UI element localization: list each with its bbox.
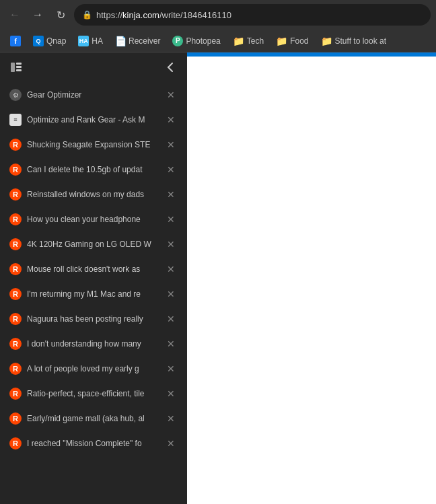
tab-item[interactable]: R I reached "Mission Complete" fo ✕ bbox=[3, 431, 184, 456]
tab-favicon-reddit: R bbox=[9, 412, 22, 425]
tab-close-button[interactable]: ✕ bbox=[164, 337, 178, 351]
bookmark-facebook[interactable]: f bbox=[5, 34, 26, 48]
bookmark-tech-label: Tech bbox=[247, 36, 264, 46]
tab-item[interactable]: R Shucking Seagate Expansion STE ✕ bbox=[3, 133, 184, 157]
tab-close-button[interactable]: ✕ bbox=[164, 138, 178, 151]
svg-rect-0 bbox=[11, 63, 15, 72]
tab-item[interactable]: R Naguura has been posting really ✕ bbox=[3, 307, 184, 331]
tab-title: Optimize and Rank Gear - Ask M bbox=[27, 115, 159, 124]
url-text: https://kinja.com/write/1846416110 bbox=[96, 10, 231, 20]
tab-favicon-optimize: ≡ bbox=[9, 114, 22, 126]
tab-title: Can I delete the 10.5gb of updat bbox=[27, 165, 159, 174]
tab-title: A lot of people loved my early g bbox=[27, 364, 159, 373]
bookmark-tech[interactable]: 📁 Tech bbox=[228, 34, 268, 48]
tab-item[interactable]: R I don't understanding how many ✕ bbox=[3, 332, 184, 356]
tab-favicon-reddit: R bbox=[9, 288, 22, 300]
bookmark-ha-label: HA bbox=[92, 36, 103, 46]
tab-favicon-reddit: R bbox=[9, 213, 22, 225]
bookmark-photopea[interactable]: P Photopea bbox=[168, 34, 225, 48]
bookmark-photopea-label: Photopea bbox=[186, 36, 220, 46]
tab-title: 4K 120Hz Gaming on LG OLED W bbox=[27, 240, 159, 249]
bookmark-food-label: Food bbox=[290, 36, 308, 46]
bookmark-qnap-label: Qnap bbox=[46, 36, 66, 46]
tab-favicon-reddit: R bbox=[9, 388, 22, 400]
sidebar-toggle-icon[interactable] bbox=[7, 58, 26, 77]
receiver-icon: 📄 bbox=[115, 36, 126, 46]
tab-close-button[interactable]: ✕ bbox=[164, 213, 178, 226]
tab-item[interactable]: R 4K 120Hz Gaming on LG OLED W ✕ bbox=[3, 232, 184, 256]
tab-close-button[interactable]: ✕ bbox=[164, 163, 178, 176]
bookmark-receiver-label: Receiver bbox=[129, 36, 160, 46]
tab-close-button[interactable]: ✕ bbox=[164, 437, 178, 450]
food-folder-icon: 📁 bbox=[276, 36, 287, 46]
tab-item[interactable]: R A lot of people loved my early g ✕ bbox=[3, 357, 184, 381]
sidebar: ⚙ Gear Optimizer ✕ ≡ Optimize and Rank G… bbox=[0, 52, 187, 504]
tab-title: How you clean your headphone bbox=[27, 215, 159, 224]
sidebar-tabs-list: ⚙ Gear Optimizer ✕ ≡ Optimize and Rank G… bbox=[0, 82, 187, 504]
tab-item[interactable]: R I'm returning my M1 Mac and re ✕ bbox=[3, 282, 184, 306]
tab-title: I reached "Mission Complete" fo bbox=[27, 439, 159, 448]
tab-favicon-reddit: R bbox=[9, 437, 22, 449]
tab-item[interactable]: R Can I delete the 10.5gb of updat ✕ bbox=[3, 157, 184, 182]
tab-favicon-gear: ⚙ bbox=[9, 89, 22, 101]
tab-favicon-reddit: R bbox=[9, 363, 22, 375]
tab-title: Reinstalled windows on my dads bbox=[27, 190, 159, 199]
tab-favicon-reddit: R bbox=[9, 238, 22, 250]
back-button[interactable]: ← bbox=[5, 5, 24, 24]
bookmark-food[interactable]: 📁 Food bbox=[271, 34, 313, 48]
nav-bar: ← → ↻ 🔒 https://kinja.com/write/18464161… bbox=[0, 0, 436, 30]
svg-rect-1 bbox=[16, 63, 22, 65]
sidebar-header bbox=[0, 52, 187, 82]
tab-title: Naguura has been posting really bbox=[27, 314, 159, 324]
forward-button[interactable]: → bbox=[28, 5, 47, 24]
url-prefix: https:// bbox=[96, 10, 122, 20]
bookmark-stuff[interactable]: 📁 Stuff to look at bbox=[316, 34, 392, 48]
refresh-button[interactable]: ↻ bbox=[51, 5, 70, 24]
stuff-folder-icon: 📁 bbox=[321, 36, 332, 46]
photopea-icon: P bbox=[172, 36, 183, 46]
bookmarks-bar: f Q Qnap HA HA 📄 Receiver P Photopea 📁 T… bbox=[0, 30, 436, 52]
tab-title: Shucking Seagate Expansion STE bbox=[27, 140, 159, 149]
tab-item[interactable]: R Mouse roll click doesn't work as ✕ bbox=[3, 257, 184, 281]
tab-item[interactable]: ≡ Optimize and Rank Gear - Ask M ✕ bbox=[3, 108, 184, 132]
tab-close-button[interactable]: ✕ bbox=[164, 88, 178, 102]
tab-title: Gear Optimizer bbox=[27, 90, 159, 100]
tech-folder-icon: 📁 bbox=[233, 36, 244, 46]
tab-close-button[interactable]: ✕ bbox=[164, 412, 178, 425]
sidebar-collapse-button[interactable] bbox=[161, 58, 180, 77]
tab-item[interactable]: ⚙ Gear Optimizer ✕ bbox=[3, 83, 184, 107]
qnap-icon: Q bbox=[33, 36, 44, 46]
tab-close-button[interactable]: ✕ bbox=[164, 287, 178, 301]
lock-icon: 🔒 bbox=[82, 10, 92, 20]
tab-title: Early/mid game mall (aka hub, al bbox=[27, 414, 159, 423]
tab-title: I don't understanding how many bbox=[27, 339, 159, 349]
bookmark-receiver[interactable]: 📄 Receiver bbox=[110, 34, 165, 48]
tab-favicon-reddit: R bbox=[9, 263, 22, 275]
tab-favicon-reddit: R bbox=[9, 313, 22, 325]
facebook-icon: f bbox=[10, 36, 21, 46]
bookmark-ha[interactable]: HA HA bbox=[73, 34, 108, 48]
svg-rect-3 bbox=[16, 69, 22, 71]
tab-close-button[interactable]: ✕ bbox=[164, 262, 178, 276]
tab-close-button[interactable]: ✕ bbox=[164, 188, 178, 201]
tab-close-button[interactable]: ✕ bbox=[164, 238, 178, 251]
content-area bbox=[187, 52, 436, 504]
bookmark-qnap[interactable]: Q Qnap bbox=[28, 34, 71, 48]
address-bar[interactable]: 🔒 https://kinja.com/write/1846416110 bbox=[74, 4, 431, 26]
tab-favicon-reddit: R bbox=[9, 139, 22, 151]
bookmark-stuff-label: Stuff to look at bbox=[335, 36, 387, 46]
svg-rect-2 bbox=[16, 66, 22, 68]
tab-close-button[interactable]: ✕ bbox=[164, 113, 178, 127]
tab-item[interactable]: R Ratio-perfect, space-efficient, tile ✕ bbox=[3, 382, 184, 406]
tab-item[interactable]: R How you clean your headphone ✕ bbox=[3, 207, 184, 231]
ha-icon: HA bbox=[78, 36, 89, 46]
tab-close-button[interactable]: ✕ bbox=[164, 312, 178, 326]
content-white-area bbox=[187, 57, 436, 504]
browser-chrome: ← → ↻ 🔒 https://kinja.com/write/18464161… bbox=[0, 0, 436, 52]
tab-title: I'm returning my M1 Mac and re bbox=[27, 289, 159, 299]
tab-favicon-reddit: R bbox=[9, 338, 22, 350]
tab-close-button[interactable]: ✕ bbox=[164, 362, 178, 375]
tab-item[interactable]: R Reinstalled windows on my dads ✕ bbox=[3, 182, 184, 207]
tab-item[interactable]: R Early/mid game mall (aka hub, al ✕ bbox=[3, 406, 184, 431]
tab-close-button[interactable]: ✕ bbox=[164, 387, 178, 400]
